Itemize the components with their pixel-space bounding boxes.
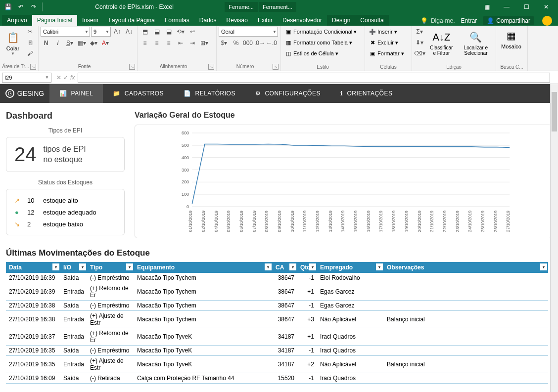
- tab-file[interactable]: Arquivo: [2, 15, 32, 26]
- filter-icon[interactable]: ▾: [265, 263, 272, 270]
- align-right-icon[interactable]: ≡: [163, 38, 174, 48]
- cell[interactable]: Iraci Quadros: [317, 328, 384, 346]
- cell[interactable]: -1: [297, 373, 317, 384]
- filter-icon[interactable]: ▾: [376, 263, 383, 270]
- format-painter-icon[interactable]: 🖌: [25, 48, 36, 58]
- cell[interactable]: Macacão Tipo Tychem: [134, 301, 273, 311]
- cell[interactable]: (-) Empréstimo: [87, 273, 134, 283]
- cell[interactable]: Macacão Tipo TyveK: [134, 356, 273, 373]
- cell[interactable]: Iraci Quadros: [317, 346, 384, 356]
- align-dialog-launcher[interactable]: ↘: [208, 64, 214, 70]
- cell[interactable]: -1: [297, 346, 317, 356]
- cell[interactable]: [384, 373, 548, 384]
- tab-review[interactable]: Revisão: [222, 15, 253, 26]
- cell[interactable]: Não Aplicável: [317, 356, 384, 373]
- cell[interactable]: Iraci Quadros: [317, 373, 384, 384]
- cell[interactable]: Saída: [60, 273, 87, 283]
- save-icon[interactable]: 💾: [2, 1, 14, 13]
- format-cells-button[interactable]: ▣Formatar ▾: [367, 48, 410, 58]
- vertical-scrollbar[interactable]: [550, 84, 558, 392]
- cell[interactable]: Eloi Rodovalho: [317, 273, 384, 283]
- font-name-combo[interactable]: Calibri▼: [41, 27, 90, 37]
- indent-increase-icon[interactable]: ⇥: [187, 38, 198, 48]
- filter-icon[interactable]: ▾: [289, 263, 296, 270]
- cell[interactable]: (+) Ajuste de Estr: [87, 311, 134, 328]
- fx-icon[interactable]: fx: [70, 74, 75, 81]
- accept-formula-icon[interactable]: ✓: [63, 74, 68, 81]
- delete-cells-button[interactable]: ✖Excluir ▾: [367, 38, 410, 47]
- italic-icon[interactable]: I: [52, 38, 63, 48]
- filter-icon[interactable]: ▾: [79, 263, 86, 270]
- cell[interactable]: -1: [297, 273, 317, 283]
- mosaic-button[interactable]: ▦Mosaico: [498, 27, 524, 50]
- cell[interactable]: 38647: [273, 283, 297, 301]
- currency-icon[interactable]: $▾: [219, 38, 230, 48]
- scrollbar-thumb[interactable]: [552, 92, 557, 131]
- cell[interactable]: Não Aplicável: [317, 311, 384, 328]
- orientation-icon[interactable]: ⟲▾: [175, 27, 186, 37]
- cell[interactable]: 27/10/2019 16:38: [6, 301, 60, 311]
- table-row[interactable]: 27/10/2019 16:35Saída(-) EmpréstimoMacac…: [6, 346, 548, 356]
- cancel-formula-icon[interactable]: ✕: [56, 74, 61, 81]
- nav-configurações[interactable]: ⚙CONFIGURAÇÕES: [245, 84, 330, 103]
- cell[interactable]: 27/10/2019 16:35: [6, 346, 60, 356]
- percent-icon[interactable]: %: [231, 38, 241, 48]
- filter-icon[interactable]: ▾: [309, 263, 316, 270]
- decrease-font-icon[interactable]: A↓: [124, 27, 135, 37]
- cell[interactable]: -1: [297, 301, 317, 311]
- align-middle-icon[interactable]: ⬓: [151, 27, 162, 37]
- cell[interactable]: (+) Ajuste de Estr: [87, 356, 134, 373]
- indent-decrease-icon[interactable]: ⇤: [175, 38, 186, 48]
- cell[interactable]: 15520: [273, 373, 297, 384]
- ribbon-options-icon[interactable]: ▦: [477, 0, 497, 14]
- context-tab-2[interactable]: Ferrament...: [259, 2, 296, 12]
- tab-view[interactable]: Exibir: [253, 15, 278, 26]
- sort-filter-button[interactable]: A↓ZClassificar e Filtrar: [426, 27, 457, 58]
- col-equipamento[interactable]: Equipamento▾: [134, 262, 273, 273]
- col-i/o[interactable]: I/O▾: [60, 262, 87, 273]
- col-qtd[interactable]: Qtd▾: [297, 262, 317, 273]
- filter-icon[interactable]: ▾: [540, 263, 547, 270]
- filter-icon[interactable]: ▾: [52, 263, 59, 270]
- cell[interactable]: [384, 301, 548, 311]
- cell[interactable]: 27/10/2019 16:38: [6, 311, 60, 328]
- nav-cadastros[interactable]: 📁CADASTROS: [103, 84, 174, 103]
- table-row[interactable]: 27/10/2019 16:38Entrada(+) Ajuste de Est…: [6, 311, 548, 328]
- cell[interactable]: 38647: [273, 311, 297, 328]
- table-row[interactable]: 27/10/2019 16:37Entrada(+) Retorno de Er…: [6, 328, 548, 346]
- comma-icon[interactable]: 000: [242, 38, 253, 48]
- col-tipo[interactable]: Tipo▾: [87, 262, 134, 273]
- cell[interactable]: Macacão Tipo Tychem: [134, 311, 273, 328]
- cell[interactable]: 38647: [273, 301, 297, 311]
- cell[interactable]: Entrada: [60, 356, 87, 373]
- cell[interactable]: Macacão Tipo TyveK: [134, 346, 273, 356]
- cell[interactable]: Macacão Tipo Tychem: [134, 283, 273, 301]
- clear-icon[interactable]: ⌫▾: [414, 48, 425, 58]
- cell[interactable]: Macacão Tipo TyveK: [134, 328, 273, 346]
- font-size-combo[interactable]: 9▼: [91, 27, 111, 37]
- cell[interactable]: 34187: [273, 346, 297, 356]
- nav-orientações[interactable]: ℹORIENTAÇÕES: [330, 84, 402, 103]
- tab-developer[interactable]: Desenvolvedor: [278, 15, 327, 26]
- col-empregado[interactable]: Empregado▾: [317, 262, 384, 273]
- tab-query[interactable]: Consulta: [355, 15, 388, 26]
- tab-formulas[interactable]: Fórmulas: [160, 15, 194, 26]
- cell[interactable]: (-) Retirada: [87, 373, 134, 384]
- cell[interactable]: (-) Empréstimo: [87, 346, 134, 356]
- cell[interactable]: [384, 328, 548, 346]
- cut-icon[interactable]: ✂: [25, 27, 36, 37]
- maximize-icon[interactable]: ☐: [516, 0, 536, 14]
- cell[interactable]: Calça com Proteção RF Tamanho 44: [134, 373, 273, 384]
- cell[interactable]: 27/10/2019 16:09: [6, 373, 60, 384]
- nav-relatórios[interactable]: 📄RELATÓRIOS: [174, 84, 245, 103]
- increase-decimal-icon[interactable]: .0→: [254, 38, 265, 48]
- share-button[interactable]: 👤 Compartilhar: [483, 16, 534, 25]
- tab-layout[interactable]: Layout da Página: [103, 15, 159, 26]
- signin-link[interactable]: Entrar: [461, 17, 477, 24]
- cell[interactable]: +3: [297, 311, 317, 328]
- find-select-button[interactable]: 🔍Localizar e Selecionar: [458, 27, 494, 58]
- tell-me[interactable]: 💡 Diga-me.: [420, 17, 455, 24]
- cell[interactable]: [384, 273, 548, 283]
- filter-icon[interactable]: ▾: [126, 263, 133, 270]
- paste-button[interactable]: 📋 Colar ▼: [2, 27, 24, 58]
